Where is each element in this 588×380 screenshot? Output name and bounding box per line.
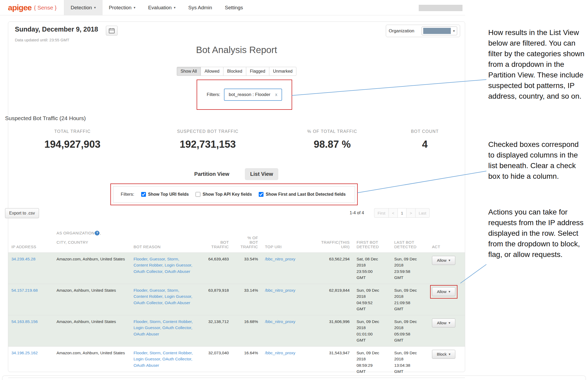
- organization-dropdown[interactable]: ▾: [422, 27, 457, 35]
- nav-item-detection[interactable]: Detection ▾: [64, 0, 102, 15]
- pagination-next-button[interactable]: >: [406, 208, 416, 218]
- redacted-organization-value: [423, 28, 451, 34]
- bot-reason-link[interactable]: Login Guessor: [165, 263, 191, 267]
- pagination-prev-button[interactable]: <: [388, 208, 398, 218]
- status-tabs: Show All Allowed Blocked Flagged Unmarke…: [8, 67, 465, 76]
- ip-link[interactable]: 34.239.45.28: [11, 257, 36, 261]
- top-uri-link[interactable]: /bbc_nitro_proxy: [265, 288, 296, 292]
- tab-partition-view[interactable]: Partition View: [189, 168, 235, 180]
- bot-reason-link[interactable]: Storm: [167, 257, 178, 261]
- checkbox-show-first-last-bot-detected-fields[interactable]: Show First and Last Bot Detected fields: [259, 192, 345, 197]
- bot-reason-cell: Flooder, Guessor, Storm, Content Robber,…: [130, 284, 197, 315]
- bot-reason-link[interactable]: Login Guessor: [165, 294, 191, 299]
- action-dropdown[interactable]: Allow ▾: [432, 256, 455, 265]
- col-as-organization: AS ORGANIZATION?, CITY, COUNTRY: [53, 224, 130, 253]
- filter-tag-bot-reason-flooder[interactable]: bot_reason : Flooder x: [224, 89, 282, 101]
- as-org-cell: Amazon.com, Ashburn, United States: [53, 253, 130, 284]
- caret-down-icon: ▾: [449, 320, 451, 326]
- bot-reason-link[interactable]: Flooder: [133, 319, 147, 324]
- checkbox-input[interactable]: [141, 192, 146, 197]
- bot-reason-cell: Flooder, Storm, Content Robber, Login Gu…: [130, 347, 197, 378]
- apigee-logo[interactable]: apigee { Sense }: [0, 0, 64, 15]
- uri-traffic-cell: 63,562,294: [307, 253, 353, 284]
- nav-item-sys-admin[interactable]: Sys Admin: [182, 0, 218, 15]
- bot-reason-link[interactable]: Content Robber: [133, 294, 162, 299]
- calendar-button[interactable]: [106, 26, 118, 36]
- ip-link[interactable]: 54.157.219.68: [11, 288, 38, 292]
- bot-reason-link[interactable]: Login Guessor: [133, 357, 160, 361]
- data-updated-label: Data updated until: 23:55 GMT: [15, 38, 69, 42]
- as-org-cell: Amazon, Ashburn, United States: [53, 284, 130, 315]
- bot-reason-link[interactable]: Flooder: [133, 351, 147, 355]
- caret-down-icon: ▾: [453, 29, 455, 33]
- checkbox-show-top-api-key-fields[interactable]: Show Top API Key fields: [196, 192, 252, 197]
- export-csv-button[interactable]: Export to .csv: [5, 208, 39, 218]
- bot-reason-link[interactable]: OAuth Abuser: [165, 300, 190, 305]
- tab-show-all[interactable]: Show All: [177, 67, 201, 76]
- last-detected-cell: Sun, 09 Dec 2018 05:09:58 GMT: [391, 315, 429, 347]
- bot-reason-link[interactable]: Guessor: [150, 257, 165, 261]
- brand-sub: { Sense }: [34, 5, 57, 11]
- next-panel-edge: [2, 375, 586, 380]
- action-dropdown[interactable]: Allow ▾: [432, 287, 455, 296]
- caret-down-icon: ▾: [94, 6, 96, 10]
- uri-traffic-cell: 31,543,947: [307, 347, 353, 378]
- bot-reason-link[interactable]: Content Robber: [163, 351, 192, 355]
- bot-reason-link[interactable]: Flooder: [133, 288, 147, 292]
- bot-reason-cell: Flooder, Storm, Content Robber, Login Gu…: [130, 315, 197, 347]
- checkbox-input[interactable]: [196, 192, 200, 197]
- help-icon[interactable]: ?: [95, 231, 100, 235]
- top-uri-link[interactable]: /bbc_nitro_proxy: [265, 351, 296, 355]
- action-dropdown[interactable]: Block ▾: [432, 350, 455, 359]
- top-uri-link[interactable]: /bbc_nitro_proxy: [265, 319, 296, 324]
- stat-pct-total-traffic: % OF TOTAL TRAFFIC 98.87 %: [307, 129, 357, 150]
- checkbox-input[interactable]: [259, 192, 263, 197]
- bot-reason-cell: Flooder, Guessor, Storm, Content Robber,…: [130, 253, 197, 284]
- tab-unmarked[interactable]: Unmarked: [269, 67, 297, 76]
- organization-label: Organization: [389, 28, 414, 34]
- bot-reason-link[interactable]: Content Robber: [133, 263, 162, 267]
- tab-allowed[interactable]: Allowed: [201, 67, 223, 76]
- annotation-highlight-filters: Filters: bot_reason : Flooder x: [197, 80, 292, 110]
- tab-blocked[interactable]: Blocked: [223, 67, 246, 76]
- pagination-first-button[interactable]: First: [374, 208, 389, 218]
- first-detected-cell: Sat, 08 Dec 2018 23:55:00 GMT: [353, 253, 391, 284]
- nav-item-settings[interactable]: Settings: [218, 0, 249, 15]
- bot-reason-link[interactable]: OAuth Collector: [162, 357, 191, 361]
- col-bot-reason: BOT REASON: [130, 224, 197, 253]
- ip-link[interactable]: 34.196.25.162: [11, 351, 38, 355]
- bot-reason-link[interactable]: OAuth Collector: [133, 300, 162, 305]
- bot-reason-link[interactable]: OAuth Abuser: [133, 363, 159, 368]
- bot-reason-link[interactable]: Storm: [150, 319, 161, 324]
- bot-reason-link[interactable]: OAuth Collector: [133, 269, 162, 274]
- bot-reason-link[interactable]: Guessor: [150, 288, 165, 292]
- bot-traffic-cell: 32,138,712: [197, 315, 232, 347]
- bot-reason-link[interactable]: Storm: [167, 288, 178, 292]
- bot-reason-link[interactable]: Flooder: [133, 257, 147, 261]
- pagination-page-1-button[interactable]: 1: [397, 208, 407, 218]
- bot-reason-link[interactable]: OAuth Collector: [162, 325, 191, 330]
- annotation-actions: Actions you can take for requests from t…: [488, 207, 585, 260]
- bot-reason-link[interactable]: Content Robber: [163, 319, 192, 324]
- bot-reason-link[interactable]: Login Guessor: [133, 325, 160, 330]
- remove-filter-icon[interactable]: x: [275, 92, 277, 97]
- filters-label: Filters:: [207, 92, 220, 97]
- pagination-last-button[interactable]: Last: [415, 208, 430, 218]
- as-org-cell: Amazon, Ashburn, United States: [53, 315, 130, 347]
- caret-down-icon: ▾: [134, 6, 136, 10]
- nav-item-evaluation[interactable]: Evaluation ▾: [142, 0, 182, 15]
- tab-list-view[interactable]: List View: [245, 168, 278, 180]
- caret-down-icon: ▾: [174, 6, 176, 10]
- bot-reason-link[interactable]: Storm: [150, 351, 161, 355]
- uri-traffic-cell: 62,819,844: [307, 284, 353, 315]
- bot-reason-link[interactable]: OAuth Abuser: [165, 269, 190, 274]
- tab-flagged[interactable]: Flagged: [246, 67, 269, 76]
- top-uri-link[interactable]: /bbc_nitro_proxy: [265, 257, 296, 261]
- nav-item-protection[interactable]: Protection ▾: [102, 0, 142, 15]
- col-first-bot-detected: FIRST BOT DETECTED: [353, 224, 391, 253]
- checkbox-show-top-uri-fields[interactable]: Show Top URI fields: [141, 192, 189, 197]
- bot-reason-link[interactable]: OAuth Abuser: [133, 332, 159, 336]
- action-dropdown[interactable]: Allow ▾: [432, 318, 455, 327]
- ip-link[interactable]: 54.163.85.156: [11, 319, 38, 324]
- page-title: Bot Analysis Report: [8, 45, 465, 55]
